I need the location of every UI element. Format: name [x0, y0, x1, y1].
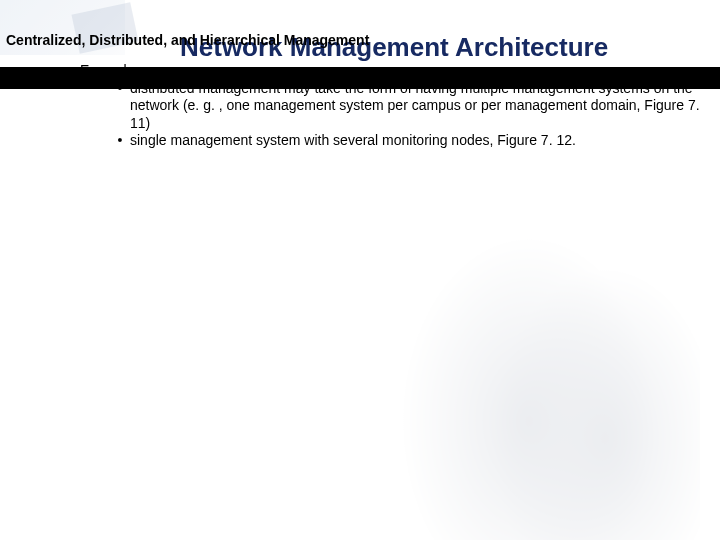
slide-body: • Example • distributed management may t…	[30, 62, 700, 150]
bullet-text: Example	[80, 62, 700, 80]
bullet-text: single management system with several mo…	[130, 132, 700, 150]
bullet-lvl2: • distributed management may take the fo…	[110, 80, 700, 133]
bullet-lvl2: • single management system with several …	[110, 132, 700, 150]
bullet-text: distributed management may take the form…	[130, 80, 700, 133]
bg-deco-bottom	[320, 200, 700, 540]
bullet-lvl1: • Example	[60, 62, 700, 80]
slide: Centralized, Distributed, and Hierarchic…	[0, 0, 720, 540]
bullet-marker: •	[110, 80, 130, 98]
bullet-marker: •	[60, 62, 80, 80]
bullet-marker: •	[110, 132, 130, 150]
slide-subtitle: Centralized, Distributed, and Hierarchic…	[6, 32, 369, 48]
